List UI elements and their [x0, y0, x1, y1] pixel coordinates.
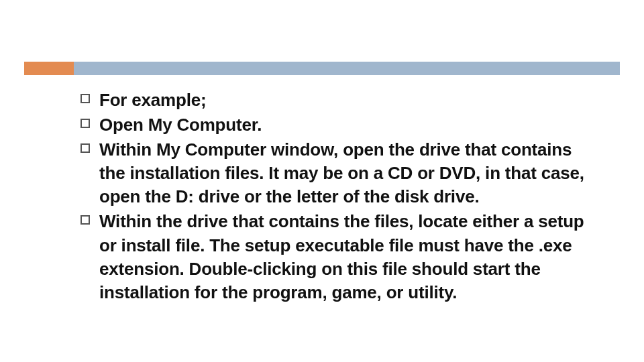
bullet-text: Within the drive that contains the files…	[99, 210, 590, 304]
slide: For example; Open My Computer. Within My…	[0, 0, 644, 362]
bullet-text: Open My Computer.	[99, 113, 590, 137]
bullet-text: For example;	[99, 88, 590, 112]
header-accent-block	[24, 62, 74, 75]
list-item: Within My Computer window, open the driv…	[80, 138, 590, 208]
square-bullet-icon	[80, 143, 90, 153]
bullet-text: Within My Computer window, open the driv…	[99, 138, 590, 208]
square-bullet-icon	[80, 94, 90, 103]
header-bar	[0, 62, 644, 75]
list-item: For example;	[80, 88, 590, 112]
square-bullet-icon	[80, 119, 90, 128]
list-item: Within the drive that contains the files…	[80, 210, 590, 304]
list-item: Open My Computer.	[80, 113, 590, 137]
content-area: For example; Open My Computer. Within My…	[80, 88, 590, 306]
square-bullet-icon	[80, 215, 90, 225]
header-line	[74, 62, 620, 75]
